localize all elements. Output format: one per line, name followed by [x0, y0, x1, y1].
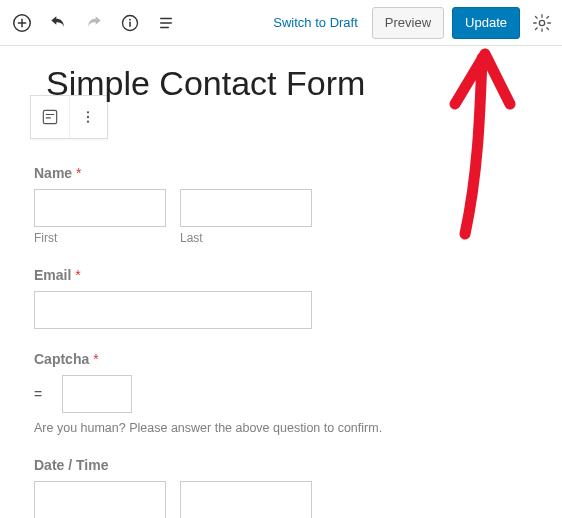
settings-button[interactable] [530, 11, 554, 35]
form-preview: Name * First Last Email * Captcha * = [30, 165, 532, 518]
svg-point-2 [129, 18, 131, 20]
svg-rect-4 [43, 110, 56, 123]
redo-icon [84, 13, 104, 33]
last-name-input[interactable] [180, 189, 312, 227]
last-name-sublabel: Last [180, 231, 312, 245]
captcha-input[interactable] [62, 375, 132, 413]
svg-point-5 [87, 111, 89, 113]
block-more-button[interactable] [70, 96, 108, 138]
editor-toolbar: Switch to Draft Preview Update [0, 0, 562, 46]
undo-icon [48, 13, 68, 33]
redo-button[interactable] [80, 9, 108, 37]
field-captcha: Captcha * = Are you human? Please answer… [34, 351, 528, 435]
datetime-label: Date / Time [34, 457, 528, 473]
svg-point-6 [87, 116, 89, 118]
plus-circle-icon [11, 12, 33, 34]
form-block-icon [40, 107, 60, 127]
preview-button[interactable]: Preview [372, 7, 444, 39]
field-datetime: Date / Time Date Time [34, 457, 528, 518]
first-name-input[interactable] [34, 189, 166, 227]
block-type-button[interactable] [31, 96, 70, 138]
info-icon [120, 13, 140, 33]
field-name: Name * First Last [34, 165, 528, 245]
svg-point-7 [87, 121, 89, 123]
required-indicator: * [76, 165, 81, 181]
captcha-label: Captcha * [34, 351, 528, 367]
captcha-hint: Are you human? Please answer the above q… [34, 421, 528, 435]
email-label: Email * [34, 267, 528, 283]
kebab-icon [80, 109, 96, 125]
undo-button[interactable] [44, 9, 72, 37]
list-icon [157, 14, 175, 32]
toolbar-left [8, 9, 180, 37]
name-label: Name * [34, 165, 528, 181]
outline-button[interactable] [152, 9, 180, 37]
captcha-prefix: = [34, 386, 42, 402]
required-indicator: * [93, 351, 98, 367]
date-input[interactable] [34, 481, 166, 518]
svg-point-3 [539, 20, 544, 25]
update-button[interactable]: Update [452, 7, 520, 39]
page-title[interactable]: Simple Contact Form [46, 64, 532, 103]
info-button[interactable] [116, 9, 144, 37]
required-indicator: * [75, 267, 80, 283]
editor-canvas: Simple Contact Form Name * First Last [0, 64, 562, 518]
first-name-sublabel: First [34, 231, 166, 245]
switch-to-draft-link[interactable]: Switch to Draft [273, 15, 358, 30]
block-toolbar [30, 95, 108, 139]
time-input[interactable] [180, 481, 312, 518]
field-email: Email * [34, 267, 528, 329]
gear-icon [532, 13, 552, 33]
email-input[interactable] [34, 291, 312, 329]
add-block-button[interactable] [8, 9, 36, 37]
